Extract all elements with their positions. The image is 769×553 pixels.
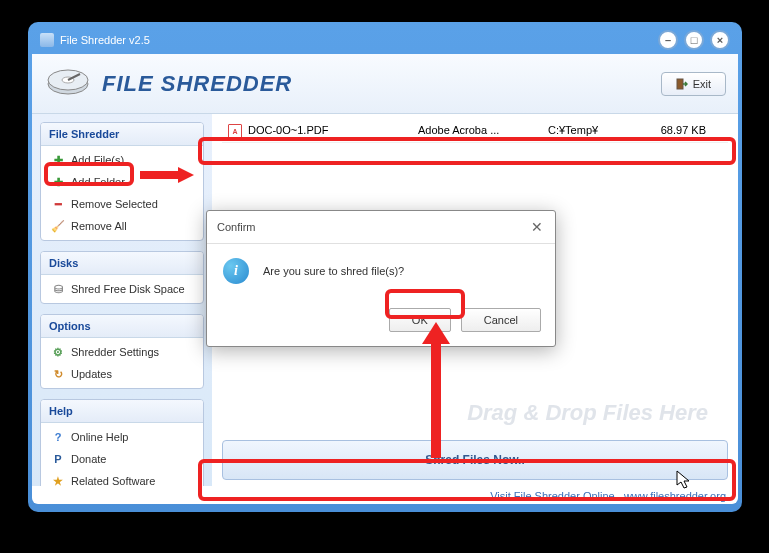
titlebar[interactable]: File Shredder v2.5 — [32, 26, 738, 54]
window-title: File Shredder v2.5 — [60, 34, 150, 46]
sidebar-item-updates[interactable]: ↻ Updates — [45, 363, 199, 385]
panel-header: File Shredder — [41, 123, 203, 146]
item-label: Add Folder — [71, 176, 125, 188]
bottom-bar: Shred Files Now.. — [212, 434, 738, 486]
star-icon: ★ — [51, 474, 65, 486]
close-button[interactable]: × — [710, 30, 730, 50]
sidebar-item-shred-free-space[interactable]: ⛁ Shred Free Disk Space — [45, 278, 199, 300]
item-label: Remove All — [71, 220, 127, 232]
exit-label: Exit — [693, 78, 711, 90]
shred-files-button[interactable]: Shred Files Now.. — [222, 440, 728, 480]
drag-drop-hint: Drag & Drop Files Here — [467, 400, 708, 426]
item-label: Remove Selected — [71, 198, 158, 210]
maximize-button[interactable]: □ — [684, 30, 704, 50]
app-title: FILE SHREDDER — [102, 71, 292, 97]
pdf-icon: A — [228, 124, 242, 138]
item-label: Donate — [71, 453, 106, 465]
gear-icon: ⚙ — [51, 345, 65, 359]
item-label: Updates — [71, 368, 112, 380]
panel-body: ? Online Help P Donate ★ Related Softwar… — [41, 423, 203, 486]
footer-link[interactable]: www.fileshredder.org — [624, 490, 726, 502]
disk-icon: ⛁ — [51, 282, 65, 296]
file-name: DOC-0O~1.PDF — [248, 124, 418, 138]
panel-body: ⚙ Shredder Settings ↻ Updates — [41, 338, 203, 388]
panel-body: ✚ Add File(s) ✚ Add Folder ━ Remove Sele… — [41, 146, 203, 240]
footer-text: Visit File Shredder Online — [490, 490, 615, 502]
item-label: Related Software — [71, 475, 155, 486]
drive-icon — [44, 66, 92, 102]
file-path: C:¥Temp¥ — [548, 124, 638, 138]
ok-button[interactable]: OK — [389, 308, 451, 332]
svg-rect-3 — [677, 79, 683, 89]
sidebar-item-add-folder[interactable]: ✚ Add Folder — [45, 171, 199, 193]
panel-header: Disks — [41, 252, 203, 275]
broom-icon: 🧹 — [51, 219, 65, 233]
cancel-button[interactable]: Cancel — [461, 308, 541, 332]
panel-header: Help — [41, 400, 203, 423]
info-icon: i — [223, 258, 249, 284]
file-row[interactable]: A DOC-0O~1.PDF Adobe Acroba ... C:¥Temp¥… — [222, 120, 728, 143]
item-label: Online Help — [71, 431, 128, 443]
dialog-close-button[interactable]: ✕ — [529, 219, 545, 235]
panel-help: Help ? Online Help P Donate ★ Related So — [40, 399, 204, 486]
question-icon: ? — [51, 430, 65, 444]
refresh-icon: ↻ — [51, 367, 65, 381]
panel-file-shredder: File Shredder ✚ Add File(s) ✚ Add Folder… — [40, 122, 204, 241]
paypal-icon: P — [51, 452, 65, 466]
footer: Visit File Shredder Online www.fileshred… — [32, 486, 738, 504]
file-size: 68.97 KB — [638, 124, 722, 138]
minus-icon: ━ — [51, 197, 65, 211]
file-type: Adobe Acroba ... — [418, 124, 548, 138]
panel-disks: Disks ⛁ Shred Free Disk Space — [40, 251, 204, 304]
item-label: Shred Free Disk Space — [71, 283, 185, 295]
sidebar-item-settings[interactable]: ⚙ Shredder Settings — [45, 341, 199, 363]
confirm-dialog: Confirm ✕ i Are you sure to shred file(s… — [206, 210, 556, 347]
sidebar-item-related-software[interactable]: ★ Related Software — [45, 470, 199, 486]
dialog-title: Confirm — [217, 221, 256, 233]
plus-icon: ✚ — [51, 175, 65, 189]
app-icon — [40, 33, 54, 47]
sidebar: File Shredder ✚ Add File(s) ✚ Add Folder… — [32, 114, 212, 486]
plus-icon: ✚ — [51, 153, 65, 167]
sidebar-item-donate[interactable]: P Donate — [45, 448, 199, 470]
door-icon — [676, 78, 688, 90]
item-label: Shredder Settings — [71, 346, 159, 358]
item-label: Add File(s) — [71, 154, 124, 166]
panel-body: ⛁ Shred Free Disk Space — [41, 275, 203, 303]
sidebar-item-add-files[interactable]: ✚ Add File(s) — [45, 149, 199, 171]
dialog-body: i Are you sure to shred file(s)? — [207, 244, 555, 298]
panel-header: Options — [41, 315, 203, 338]
minimize-button[interactable]: – — [658, 30, 678, 50]
dialog-message: Are you sure to shred file(s)? — [263, 265, 404, 277]
window-controls: – □ × — [658, 30, 730, 50]
sidebar-item-remove-selected[interactable]: ━ Remove Selected — [45, 193, 199, 215]
panel-options: Options ⚙ Shredder Settings ↻ Updates — [40, 314, 204, 389]
header-bar: FILE SHREDDER Exit — [32, 54, 738, 114]
exit-button[interactable]: Exit — [661, 72, 726, 96]
dialog-buttons: OK Cancel — [207, 298, 555, 346]
sidebar-item-remove-all[interactable]: 🧹 Remove All — [45, 215, 199, 237]
sidebar-item-online-help[interactable]: ? Online Help — [45, 426, 199, 448]
dialog-titlebar[interactable]: Confirm ✕ — [207, 211, 555, 244]
